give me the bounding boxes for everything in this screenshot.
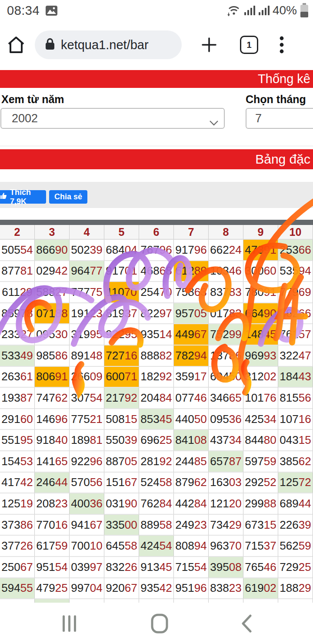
- spacer: [0, 208, 313, 220]
- table-cell: 14696: [35, 409, 70, 430]
- table-row: 1938774762307542179220484077463466510176…: [0, 388, 313, 409]
- table-cell: 42534: [243, 409, 278, 430]
- table-cell: 50554: [0, 240, 35, 261]
- gallery-icon: [46, 6, 57, 16]
- column-header: 7: [174, 225, 209, 240]
- new-tab-plus-icon[interactable]: [201, 37, 217, 53]
- table-cell: 95154: [35, 557, 70, 578]
- table-cell: 25470: [139, 282, 174, 303]
- column-header: 2: [0, 225, 35, 240]
- table-cell: 92067: [104, 578, 139, 600]
- tab-switcher-icon[interactable]: 1: [240, 36, 258, 54]
- column-header: 6: [139, 225, 174, 240]
- table-cell: 04315: [278, 430, 313, 451]
- table-row: 3772661759700106455842454808949637071537…: [0, 536, 313, 557]
- table-cell: 91701: [104, 261, 139, 282]
- month-input[interactable]: 7: [246, 108, 313, 129]
- table-cell: 85345: [139, 409, 174, 430]
- recents-button[interactable]: [61, 615, 78, 632]
- table-row: 2332709530319959229593514449677529914845…: [0, 324, 313, 345]
- table-cell: 20484: [139, 388, 174, 409]
- table-row: 3738677016941673350088958249237342967315…: [0, 515, 313, 536]
- table-cell: 58827: [35, 282, 70, 303]
- table-cell: 70010: [70, 536, 104, 557]
- kebab-menu-icon[interactable]: [279, 36, 284, 54]
- year-select[interactable]: 2002: [0, 108, 225, 129]
- table-cell: 85978: [0, 303, 35, 325]
- table-cell: 12120: [209, 493, 243, 515]
- table-cell: 87781: [0, 261, 35, 282]
- table-cell: 24485: [174, 451, 209, 473]
- table-cell: 93542: [139, 578, 174, 600]
- table-cell: 92295: [104, 324, 139, 345]
- url-bar[interactable]: ketqua1.net/bar: [35, 30, 182, 59]
- table-cell: 99704: [70, 578, 104, 600]
- table-cell: [174, 599, 209, 603]
- table-body: 5055486690502396840476796917966622447391…: [0, 240, 313, 599]
- table-cell: 18829: [278, 578, 313, 600]
- table-cell: 77521: [70, 409, 104, 430]
- fb-share-label: Chia sẻ: [54, 192, 82, 201]
- table-cell: 15167: [104, 473, 139, 494]
- table-cell: [0, 599, 35, 603]
- spacer: [0, 169, 313, 182]
- home-icon[interactable]: [6, 35, 26, 55]
- table-cell: 18981: [70, 430, 104, 451]
- table-row: 5055486690502396840476796917966622447391…: [0, 240, 313, 261]
- battery-icon: [300, 3, 309, 18]
- table-cell: 43734: [209, 430, 243, 451]
- table-row: 4174224644570561516752458879621630329252…: [0, 473, 313, 494]
- table-cell: 88705: [104, 451, 139, 473]
- table-top-bar: [0, 220, 313, 225]
- table-cell: 78091: [243, 282, 278, 303]
- table-cell: 95196: [174, 578, 209, 600]
- chevron-down-icon: [209, 116, 219, 129]
- column-header: 4: [70, 225, 104, 240]
- table-cell: 50239: [70, 240, 104, 261]
- table-cell: 73429: [209, 515, 243, 536]
- table-cell: 65787: [209, 451, 243, 473]
- table-cell: 59759: [243, 451, 278, 473]
- table-cell: 83823: [209, 578, 243, 600]
- table-cell: 69450: [209, 367, 243, 388]
- table-cell: 89148: [70, 345, 104, 367]
- fb-share-button[interactable]: Chia sẻ: [49, 190, 87, 204]
- table-cell: 03190: [104, 493, 139, 515]
- thumbs-up-icon: [0, 192, 7, 201]
- table-cell: 80691: [35, 367, 70, 388]
- table-cell: 42454: [139, 536, 174, 557]
- back-button[interactable]: [241, 614, 252, 633]
- table-row: 6112958827777751107025470758638378378091…: [0, 282, 313, 303]
- table-cell: 55195: [0, 430, 35, 451]
- table-cell: 76284: [139, 493, 174, 515]
- table-cell: 52458: [139, 473, 174, 494]
- table-cell: 91345: [139, 557, 174, 578]
- section-header-bang-dac-biet: Bảng đặc: [0, 149, 313, 169]
- table-cell: 24923: [174, 515, 209, 536]
- table-cell: 19123: [70, 303, 104, 325]
- table-cell: 09530: [35, 324, 70, 345]
- table-cell: 30060: [243, 261, 278, 282]
- table-cell: 34665: [209, 388, 243, 409]
- table-cell: 76546: [243, 557, 278, 578]
- table-cell: 40036: [70, 493, 104, 515]
- column-header: 8: [209, 225, 243, 240]
- home-button[interactable]: [151, 614, 168, 634]
- table-cell: 66490: [243, 303, 278, 325]
- table-cell: 12519: [0, 493, 35, 515]
- table-cell: 83783: [209, 282, 243, 303]
- table-cell: 01783: [209, 303, 243, 325]
- table-cell: 16303: [209, 473, 243, 494]
- table-cell: [243, 599, 278, 603]
- table-cell: 53349: [0, 345, 35, 367]
- table-cell: 46868: [139, 261, 174, 282]
- table-row: 5334998586891487271688882782941378696993…: [0, 345, 313, 367]
- table-cell: [70, 599, 104, 603]
- fb-like-button[interactable]: Thích 7,9K: [0, 190, 46, 204]
- table-partial-row: [0, 599, 313, 603]
- table-cell: 77775: [70, 282, 104, 303]
- table-cell: 37726: [0, 536, 35, 557]
- table-cell: 07188: [35, 303, 70, 325]
- browser-toolbar: ketqua1.net/bar 1: [0, 21, 313, 69]
- table-cell: 96993: [243, 345, 278, 367]
